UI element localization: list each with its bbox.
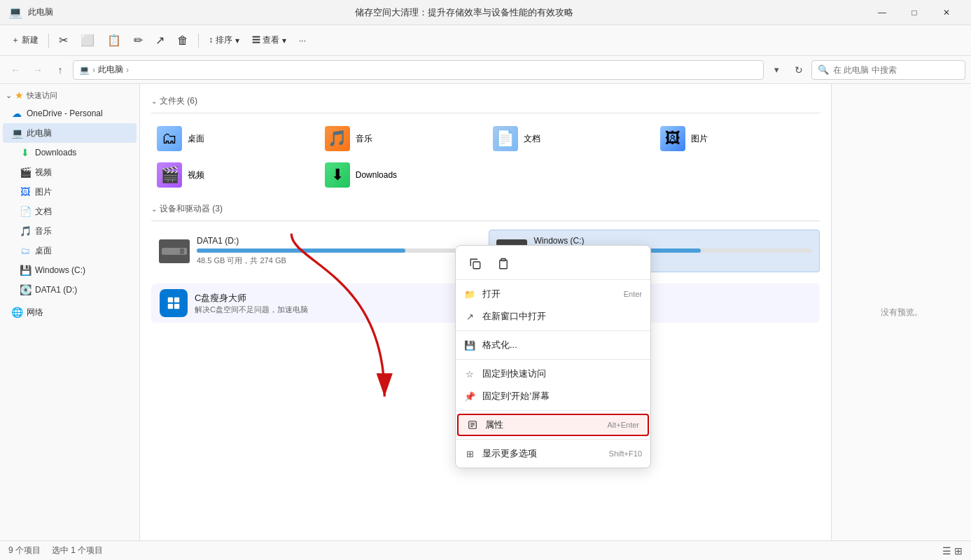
content-area: ⌄ 文件夹 (6) 🗂 桌面 🎵 音乐 📄 文档 🖼 图片 [140, 84, 831, 540]
folders-section-header: ⌄ 文件夹 (6) [151, 95, 820, 107]
items-count: 9 个项目 [8, 545, 41, 556]
refresh-button[interactable]: ↻ [789, 60, 809, 80]
back-button[interactable]: ← [6, 60, 25, 80]
sidebar-item-thispc[interactable]: 💻 此电脑 [3, 123, 137, 143]
svg-rect-2 [168, 304, 173, 309]
pictures-folder-icon: 🖼 [20, 186, 31, 197]
folders-divider [151, 113, 820, 113]
app-name: 此电脑 [28, 6, 53, 18]
cut-button[interactable]: ✂ [53, 29, 74, 52]
sidebar-item-videos[interactable]: 🎬 视频 [3, 162, 137, 182]
sidebar-item-pictures[interactable]: 🖼 图片 [3, 182, 137, 202]
videos-folder-label: 视频 [188, 169, 204, 181]
svg-rect-3 [174, 304, 179, 309]
downloads-label: Downloads [35, 148, 76, 158]
close-button[interactable]: ✕ [930, 0, 963, 25]
app-icon: 💻 [8, 6, 22, 19]
ctx-format-label: 格式化... [482, 339, 517, 351]
sort-button[interactable]: ↕ 排序▾ [203, 29, 244, 52]
address-path[interactable]: 💻 › 此电脑 › [73, 60, 764, 80]
folder-item-music[interactable]: 🎵 音乐 [319, 122, 484, 155]
view-list-button[interactable]: ☰ [942, 545, 951, 556]
more-button[interactable]: ··· [293, 29, 312, 52]
sidebar-item-network[interactable]: 🌐 网络 [3, 302, 137, 322]
sidebar-item-data1-d[interactable]: 💽 DATA1 (D:) [3, 280, 137, 300]
folders-grid: 🗂 桌面 🎵 音乐 📄 文档 🖼 图片 🎬 视频 [151, 122, 820, 192]
ctx-open[interactable]: 📁 打开 Enter [456, 283, 650, 305]
sidebar-item-desktop[interactable]: 🗂 桌面 [3, 241, 137, 260]
devices-section-header: ⌄ 设备和驱动器 (3) [151, 203, 820, 215]
quick-access-header[interactable]: ⌄ ★ 快速访问 [0, 87, 139, 104]
ctx-open-shortcut: Enter [624, 290, 642, 298]
delete-button[interactable]: 🗑 [172, 29, 194, 52]
ctx-open-label: 打开 [482, 288, 501, 300]
desktop-folder-icon: 🗂 [20, 245, 31, 256]
drive-data1-info: DATA1 (D:) 48.5 GB 可用，共 274 GB [197, 236, 475, 266]
context-menu-icon-row [456, 248, 650, 280]
ctx-properties-label: 属性 [485, 419, 503, 431]
drive-c-name: Windows (C:) [534, 236, 813, 246]
ctx-more-options[interactable]: ⊞ 显示更多选项 Shift+F10 [456, 442, 650, 465]
downloads-folder-label: Downloads [356, 170, 397, 180]
new-button[interactable]: ＋ 新建 [6, 29, 44, 52]
ctx-copy-icon-btn[interactable] [464, 253, 487, 275]
toolbar-separator-1 [48, 34, 49, 48]
banner-title: C盘瘦身大师 [195, 292, 308, 304]
documents-folder-icon: 📄 [20, 206, 31, 217]
ctx-pin-start[interactable]: 📌 固定到'开始'屏幕 [456, 385, 650, 407]
sidebar-item-downloads[interactable]: ⬇ Downloads [3, 143, 137, 162]
rename-button[interactable]: ✏ [128, 29, 148, 52]
ctx-properties-icon [467, 419, 478, 430]
maximize-button[interactable]: □ [898, 0, 930, 25]
ctx-paste-icon-btn[interactable] [492, 253, 515, 275]
ctx-open-new-window[interactable]: ↗ 在新窗口中打开 [456, 305, 650, 328]
search-box[interactable]: 🔍 [811, 60, 965, 80]
ctx-format-icon: 💾 [464, 340, 475, 351]
search-icon: 🔍 [818, 64, 829, 75]
videos-folder-icon: 🎬 [20, 167, 31, 178]
ctx-properties-shortcut: Alt+Enter [607, 421, 639, 429]
folder-item-videos[interactable]: 🎬 视频 [151, 158, 316, 192]
thispc-icon: 💻 [11, 127, 22, 139]
ctx-properties[interactable]: 属性 Alt+Enter [457, 414, 649, 436]
drive-item-data1[interactable]: DATA1 (D:) 48.5 GB 可用，共 274 GB [151, 230, 483, 272]
pictures-folder-icon: 🖼 [660, 126, 685, 151]
up-button[interactable]: ↑ [50, 60, 70, 80]
ctx-divider-1 [456, 330, 650, 331]
music-folder-icon: 🎵 [325, 126, 350, 151]
view-button[interactable]: ☰ 查看▾ [246, 29, 292, 52]
address-dropdown-button[interactable]: ▾ [767, 60, 786, 80]
share-button[interactable]: ↗ [150, 29, 170, 52]
folders-section-label: 文件夹 (6) [160, 95, 197, 107]
search-input[interactable] [833, 65, 959, 75]
thispc-label: 此电脑 [27, 127, 52, 139]
sidebar-item-windows-c[interactable]: 💾 Windows (C:) [3, 260, 137, 280]
music-folder-icon: 🎵 [20, 225, 31, 237]
folders-chevron-icon: ⌄ [151, 97, 157, 105]
copy-button[interactable]: ⬜ [75, 29, 100, 52]
svg-rect-0 [168, 298, 173, 302]
documents-label: 文档 [35, 206, 52, 218]
folder-item-desktop[interactable]: 🗂 桌面 [151, 122, 316, 155]
folder-item-pictures[interactable]: 🖼 图片 [655, 122, 820, 155]
quick-access-label: 快速访问 [27, 90, 57, 101]
drive-data1-icon [159, 239, 190, 263]
status-bar: 9 个项目 选中 1 个项目 ☰ ⊞ [0, 540, 971, 560]
sidebar-item-onedrive[interactable]: ☁ OneDrive - Personal [3, 104, 137, 123]
folder-item-downloads[interactable]: ⬇ Downloads [319, 158, 484, 192]
sidebar-item-documents[interactable]: 📄 文档 [3, 202, 137, 221]
ctx-pin-quick-access[interactable]: ☆ 固定到快速访问 [456, 363, 650, 385]
downloads-folder-icon: ⬇ [325, 162, 350, 188]
path-separator: › [92, 65, 95, 75]
svg-rect-7 [501, 259, 505, 261]
folder-item-documents[interactable]: 📄 文档 [487, 122, 652, 155]
forward-button[interactable]: → [28, 60, 48, 80]
view-grid-button[interactable]: ⊞ [954, 545, 963, 556]
minimize-button[interactable]: — [866, 0, 898, 25]
paste-button[interactable]: 📋 [102, 29, 127, 52]
ctx-divider-3 [456, 410, 650, 411]
ctx-format[interactable]: 💾 格式化... [456, 334, 650, 356]
sidebar-item-music[interactable]: 🎵 音乐 [3, 221, 137, 241]
title-bar: 💻 此电脑 储存空间大清理：提升存储效率与设备性能的有效攻略 — □ ✕ [0, 0, 971, 25]
path-separator-2: › [126, 65, 129, 75]
